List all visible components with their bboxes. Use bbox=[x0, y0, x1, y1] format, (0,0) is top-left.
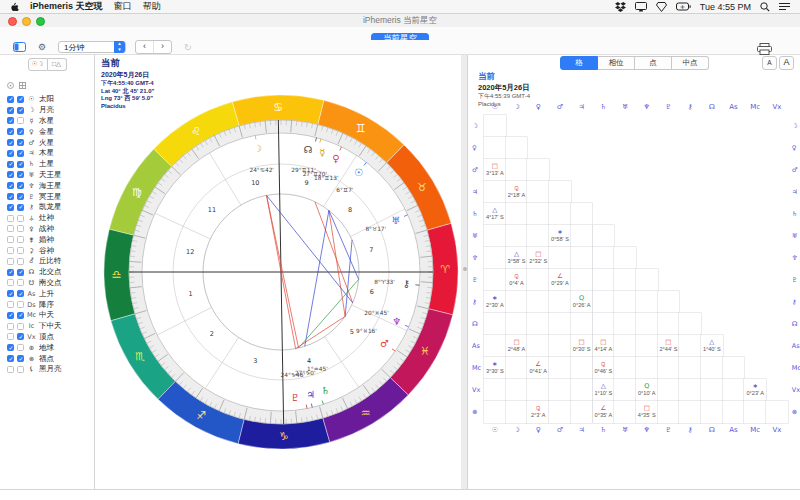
wheel-checkbox-南交点[interactable] bbox=[7, 279, 14, 286]
wheel-checkbox-婚神[interactable] bbox=[7, 236, 14, 243]
wheel-checkbox-北交点[interactable] bbox=[7, 269, 14, 276]
aspect-cell-♆-☽: △3°58' S bbox=[506, 247, 528, 269]
aspect-cell-⚷-☽ bbox=[506, 291, 528, 313]
grid-checkbox-婚神[interactable] bbox=[17, 236, 24, 243]
minimize-window-button[interactable] bbox=[22, 17, 31, 26]
stepper-icon[interactable]: ▲▼ bbox=[114, 41, 125, 53]
grid-checkbox-福点[interactable] bbox=[17, 355, 24, 362]
wheel-checkbox-天王星[interactable] bbox=[7, 171, 14, 178]
wheel-checkbox-凯龙星[interactable] bbox=[7, 204, 14, 211]
apple-menu-icon[interactable] bbox=[10, 1, 19, 12]
wheel-checkbox-下中天[interactable] bbox=[7, 323, 14, 330]
sidebar-toggle-icon[interactable] bbox=[12, 42, 26, 53]
wheel-checkbox-月亮[interactable] bbox=[7, 107, 14, 114]
grid-checkbox-火星[interactable] bbox=[17, 139, 24, 146]
diamond-icon[interactable] bbox=[656, 2, 667, 12]
aspect-cell-⚷-♀ bbox=[527, 291, 549, 313]
wheel-checkbox-战神[interactable] bbox=[7, 225, 14, 232]
wheel-checkbox-木星[interactable] bbox=[7, 150, 14, 157]
battery-icon[interactable]: + bbox=[676, 2, 691, 11]
aspect-orb-value: 2°44' S bbox=[659, 346, 677, 353]
menu-item-2[interactable]: 帮助 bbox=[143, 0, 161, 13]
grid-checkbox-天王星[interactable] bbox=[17, 171, 24, 178]
wheel-checkbox-谷神[interactable] bbox=[7, 247, 14, 254]
grid-checkbox-月亮[interactable] bbox=[17, 107, 24, 114]
aspect-cell-☊-♇ bbox=[658, 313, 680, 335]
grid-checkbox-谷神[interactable] bbox=[17, 247, 24, 254]
grid-checkbox-下中天[interactable] bbox=[17, 323, 24, 330]
grid-checkbox-黑月亮[interactable] bbox=[17, 366, 24, 373]
wheel-checkbox-丘比特[interactable] bbox=[7, 258, 14, 265]
step-back-button[interactable]: ‹ bbox=[136, 41, 154, 53]
wheel-checkbox-福点[interactable] bbox=[7, 355, 14, 362]
close-window-button[interactable] bbox=[8, 17, 17, 26]
aspect-glyph-□: □ bbox=[513, 339, 519, 346]
grid-checkbox-丘比特[interactable] bbox=[17, 258, 24, 265]
wheel-checkbox-顶点[interactable] bbox=[7, 333, 14, 340]
grid-checkbox-地球[interactable] bbox=[17, 344, 24, 351]
wheel-checkbox-降序[interactable] bbox=[7, 301, 14, 308]
display-icon[interactable] bbox=[635, 2, 647, 12]
wheel-checkbox-上升[interactable] bbox=[7, 290, 14, 297]
wheel-checkbox-火星[interactable] bbox=[7, 139, 14, 146]
font-larger-button[interactable]: A bbox=[779, 56, 794, 70]
notification-center-icon[interactable] bbox=[779, 2, 790, 11]
menu-clock[interactable]: Tue 4:55 PM bbox=[700, 2, 751, 12]
splitter-handle[interactable] bbox=[463, 267, 467, 271]
spotlight-icon[interactable] bbox=[760, 2, 770, 12]
gear-icon[interactable]: ⚙ bbox=[35, 42, 49, 53]
point-label: 中天 bbox=[39, 310, 54, 320]
wheel-checkbox-太阳[interactable] bbox=[7, 96, 14, 103]
wheel-checkbox-地球[interactable] bbox=[7, 344, 14, 351]
refresh-now-icon[interactable]: ↻ bbox=[181, 42, 195, 53]
wheel-checkbox-土星[interactable] bbox=[7, 161, 14, 168]
grid-checkbox-上升[interactable] bbox=[17, 290, 24, 297]
grid-checkbox-金星[interactable] bbox=[17, 128, 24, 135]
grid-checkbox-顶点[interactable] bbox=[17, 333, 24, 340]
grid-checkbox-战神[interactable] bbox=[17, 225, 24, 232]
wheel-checkbox-海王星[interactable] bbox=[7, 182, 14, 189]
grid-checkbox-海王星[interactable] bbox=[17, 182, 24, 189]
grid-checkbox-太阳[interactable] bbox=[17, 96, 24, 103]
aspect-panel: 格相位点中点 A A 当前 2020年5月26日 下午4:55:39 GMT-4… bbox=[469, 55, 800, 489]
grid-checkbox-冥王星[interactable] bbox=[17, 193, 24, 200]
step-forward-button[interactable]: › bbox=[154, 41, 171, 53]
wheel-checkbox-中天[interactable] bbox=[7, 312, 14, 319]
menu-item-0[interactable]: iPhemeris 天空現 bbox=[30, 0, 103, 13]
wheel-checkbox-水星[interactable] bbox=[7, 117, 14, 124]
grid-col-header-top: ♄ bbox=[593, 103, 615, 111]
menu-item-1[interactable]: 窗口 bbox=[114, 0, 132, 13]
tab-中点[interactable]: 中点 bbox=[672, 56, 709, 70]
dropbox-icon[interactable] bbox=[615, 2, 626, 12]
point-glyph: Mc bbox=[27, 311, 36, 319]
time-step-dropdown[interactable]: 1分钟 ▲▼ bbox=[58, 41, 126, 53]
aspect-cell-As-♅ bbox=[614, 335, 636, 357]
panel-splitter[interactable] bbox=[461, 55, 468, 489]
aspect-cell-As-☉ bbox=[484, 335, 506, 357]
tab-点[interactable]: 点 bbox=[635, 56, 672, 70]
sidebar-tab-aspects[interactable]: □△ bbox=[48, 58, 67, 71]
tab-格[interactable]: 格 bbox=[560, 56, 598, 70]
zoom-window-button[interactable] bbox=[36, 17, 45, 26]
grid-checkbox-降序[interactable] bbox=[17, 301, 24, 308]
grid-checkbox-南交点[interactable] bbox=[17, 279, 24, 286]
grid-checkbox-中天[interactable] bbox=[17, 312, 24, 319]
wheel-checkbox-黑月亮[interactable] bbox=[7, 366, 14, 373]
wheel-checkbox-灶神[interactable] bbox=[7, 215, 14, 222]
point-glyph: Vx bbox=[27, 333, 36, 341]
grid-checkbox-北交点[interactable] bbox=[17, 269, 24, 276]
sidebar-tab-bodies[interactable]: ☉☽ bbox=[28, 58, 48, 71]
grid-checkbox-木星[interactable] bbox=[17, 150, 24, 157]
grid-checkbox-土星[interactable] bbox=[17, 161, 24, 168]
planet-degree-label: 20°♓45' bbox=[364, 310, 389, 316]
grid-checkbox-凯龙星[interactable] bbox=[17, 204, 24, 211]
wheel-checkbox-冥王星[interactable] bbox=[7, 193, 14, 200]
grid-row-label-left: As bbox=[472, 342, 482, 350]
aspect-orb-value: 0°58' S bbox=[551, 236, 569, 243]
grid-checkbox-水星[interactable] bbox=[17, 117, 24, 124]
grid-checkbox-灶神[interactable] bbox=[17, 215, 24, 222]
font-smaller-button[interactable]: A bbox=[762, 56, 777, 70]
aspect-orb-value: 0°23' A bbox=[746, 390, 764, 397]
wheel-checkbox-金星[interactable] bbox=[7, 128, 14, 135]
tab-相位[interactable]: 相位 bbox=[598, 56, 635, 70]
